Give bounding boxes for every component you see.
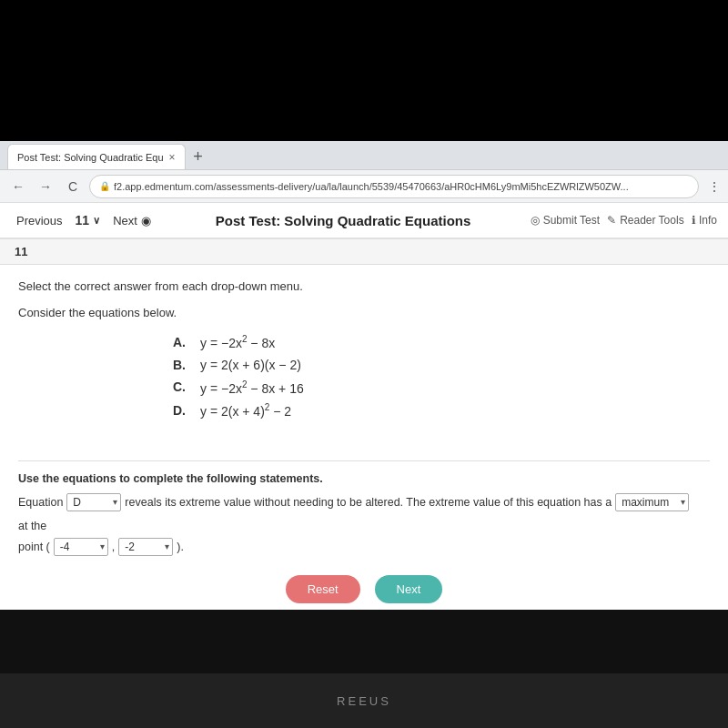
question-header: 11 <box>0 239 728 265</box>
cursor-area <box>18 437 710 451</box>
extreme-type-dropdown-wrap[interactable]: maximum minimum <box>615 492 689 513</box>
x-coord-select[interactable]: -4 -2 0 2 4 <box>54 538 108 556</box>
reset-button[interactable]: Reset <box>286 575 360 603</box>
next-circle-icon: ◉ <box>141 214 151 228</box>
consider-text: Consider the equations below. <box>18 306 710 319</box>
lock-icon: 🔒 <box>99 181 110 191</box>
y-coord-select[interactable]: -2 0 2 4 <box>118 538 173 556</box>
previous-button[interactable]: Previous <box>11 210 68 231</box>
statements-title: Use the equations to complete the follow… <box>18 472 710 485</box>
app-toolbar: Previous 11 ∨ Next ◉ Post Test: Solving … <box>0 203 728 239</box>
y-coord-dropdown-wrap[interactable]: -2 0 2 4 <box>118 537 173 558</box>
reader-icon: ✎ <box>607 214 616 227</box>
equation-select[interactable]: D A B C <box>66 493 121 511</box>
submit-test-button[interactable]: ◎ Submit Test <box>531 214 600 227</box>
tab-bar: Post Test: Solving Quadratic Equ × + <box>0 141 728 170</box>
page-title: Post Test: Solving Quadratic Equations <box>164 213 523 228</box>
question-body: Select the correct answer from each drop… <box>0 265 728 610</box>
tab-title: Post Test: Solving Quadratic Equ <box>17 152 164 163</box>
x-coord-dropdown-wrap[interactable]: -4 -2 0 2 4 <box>54 537 108 558</box>
url-box[interactable]: 🔒 f2.app.edmentum.com/assessments-delive… <box>89 175 699 198</box>
forward-button[interactable]: → <box>35 176 56 197</box>
statements-section: Use the equations to complete the follow… <box>18 460 710 610</box>
next-button[interactable]: Next <box>375 575 443 603</box>
eq-formula-c: y = −2x2 − 8x + 16 <box>200 379 304 396</box>
eq-formula-b: y = 2(x + 6)(x − 2) <box>200 358 301 372</box>
question-number-display: 11 ∨ <box>76 213 101 228</box>
back-button[interactable]: ← <box>7 176 29 197</box>
new-tab-button[interactable]: + <box>186 144 211 169</box>
statement-line-2: point ( -4 -2 0 2 4 , -2 <box>18 537 710 558</box>
question-dropdown-icon[interactable]: ∨ <box>93 215 100 227</box>
equation-row-a: A. y = −2x2 − 8x <box>173 334 555 350</box>
equation-dropdown-wrap[interactable]: D A B C <box>66 492 121 513</box>
url-text: f2.app.edmentum.com/assessments-delivery… <box>114 181 629 192</box>
bezel-top <box>0 0 728 141</box>
eq-formula-a: y = −2x2 − 8x <box>200 334 275 350</box>
eq-label-b: B. <box>173 358 200 372</box>
eq-label-d: D. <box>173 403 200 418</box>
address-bar: ← → C 🔒 f2.app.edmentum.com/assessments-… <box>0 170 728 203</box>
browser-window: Post Test: Solving Quadratic Equ × + ← →… <box>0 141 728 610</box>
statement-line-1: Equation D A B C reveals its extreme val… <box>18 492 710 537</box>
instruction-text: Select the correct answer from each drop… <box>18 279 710 293</box>
main-content: 11 Select the correct answer from each d… <box>0 239 728 610</box>
submit-icon: ◎ <box>531 214 540 227</box>
info-button[interactable]: ℹ Info <box>692 214 717 227</box>
action-buttons: Reset Next <box>18 575 710 610</box>
active-tab[interactable]: Post Test: Solving Quadratic Equ × <box>7 144 186 169</box>
next-nav-button[interactable]: Next ◉ <box>107 210 156 231</box>
eq-label-a: A. <box>173 335 200 349</box>
eq-label-c: C. <box>173 379 200 394</box>
equation-row-c: C. y = −2x2 − 8x + 16 <box>173 379 555 396</box>
keyboard-area: REEUS <box>0 673 728 728</box>
tab-close-icon[interactable]: × <box>169 151 176 164</box>
share-icon[interactable]: ⋮ <box>708 179 721 194</box>
equations-container: A. y = −2x2 − 8x B. y = 2(x + 6)(x − 2) … <box>18 334 710 419</box>
equation-row-b: B. y = 2(x + 6)(x − 2) <box>173 358 555 372</box>
eq-formula-d: y = 2(x + 4)2 − 2 <box>200 402 291 419</box>
equation-row-d: D. y = 2(x + 4)2 − 2 <box>173 402 555 419</box>
reader-tools-button[interactable]: ✎ Reader Tools <box>607 214 684 227</box>
keyboard-hint: REEUS <box>337 694 391 708</box>
bezel-bottom: REEUS <box>0 610 728 728</box>
refresh-button[interactable]: C <box>62 176 84 197</box>
extreme-type-select[interactable]: maximum minimum <box>615 493 689 511</box>
